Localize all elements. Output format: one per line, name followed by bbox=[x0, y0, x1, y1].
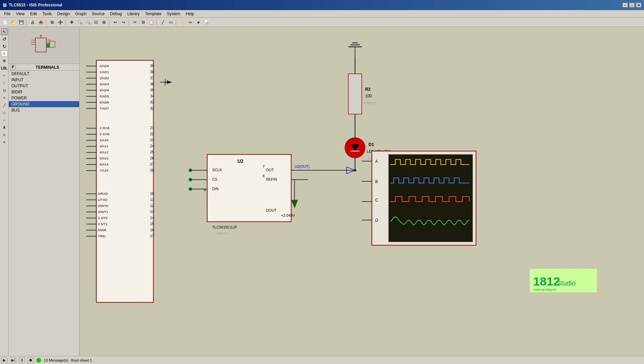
svg-text:6/WR: 6/WR bbox=[98, 228, 106, 232]
new-button[interactable]: 📄 bbox=[1, 19, 9, 26]
status-indicator bbox=[36, 358, 41, 363]
menu-help[interactable]: Help bbox=[183, 11, 197, 17]
separator-5 bbox=[129, 19, 130, 25]
preview-svg bbox=[29, 34, 59, 57]
menu-template[interactable]: Template bbox=[142, 11, 164, 17]
component-tool[interactable]: ⊡ bbox=[1, 87, 8, 94]
terminal-output[interactable]: OUTPUT bbox=[9, 83, 79, 89]
menu-file[interactable]: File bbox=[1, 11, 13, 17]
play-button[interactable]: ▶ bbox=[1, 358, 7, 363]
menu-source[interactable]: Source bbox=[89, 11, 107, 17]
svg-text:5/AD5: 5/AD5 bbox=[100, 94, 109, 98]
undo-tool[interactable]: ↺ bbox=[1, 36, 8, 42]
menu-library[interactable]: Library bbox=[125, 11, 142, 17]
svg-text:27: 27 bbox=[150, 162, 154, 166]
close-button[interactable]: ✕ bbox=[636, 3, 641, 7]
svg-text:25: 25 bbox=[150, 150, 154, 154]
print-button[interactable]: 🖨 bbox=[29, 19, 36, 26]
svg-text:CS: CS bbox=[212, 177, 217, 181]
svg-text:3/INT1: 3/INT1 bbox=[98, 210, 108, 214]
svg-text:21: 21 bbox=[150, 126, 154, 130]
ch-b-label: B bbox=[375, 179, 378, 184]
r2-ref: R2 bbox=[365, 87, 371, 92]
label-tool[interactable]: LBL bbox=[1, 65, 8, 71]
pin-tool[interactable]: + bbox=[1, 94, 8, 101]
svg-text:REFIN: REFIN bbox=[266, 177, 277, 181]
svg-text:<TEXT>: <TEXT> bbox=[363, 101, 376, 105]
terminal-power[interactable]: POWER bbox=[9, 95, 79, 101]
u2-name: TLC5615C(L)P bbox=[212, 225, 237, 229]
u2-ref: U2 bbox=[237, 158, 244, 164]
save-button[interactable]: 💾 bbox=[18, 19, 25, 26]
bus-button[interactable]: ═ bbox=[187, 19, 194, 26]
menu-system[interactable]: System bbox=[164, 11, 183, 17]
zoom-out-button[interactable]: 🔍 bbox=[84, 19, 92, 26]
minimize-button[interactable]: ─ bbox=[622, 3, 628, 7]
circle-tool[interactable]: ○ bbox=[1, 117, 8, 123]
list-tool[interactable]: ≡ bbox=[1, 131, 8, 138]
canvas-area[interactable]: 39 38 37 36 35 34 33 32 0/AD0 1/AD1 2/AD… bbox=[79, 27, 644, 356]
paste-button[interactable]: 📋 bbox=[148, 19, 155, 26]
arrow-tool[interactable]: ↔ bbox=[1, 72, 8, 79]
zoom-in-button[interactable]: 🔍 bbox=[76, 19, 84, 26]
menu-debug[interactable]: Debug bbox=[107, 11, 125, 17]
pan-tool[interactable]: ⊕ bbox=[1, 57, 8, 64]
copy-button[interactable]: ⧉ bbox=[139, 19, 147, 26]
step-button[interactable]: ▶| bbox=[10, 358, 16, 363]
wire-draw-tool[interactable]: ╱ bbox=[1, 102, 8, 109]
move-button[interactable]: ✥ bbox=[68, 19, 75, 26]
svg-text:33: 33 bbox=[150, 100, 154, 104]
titlebar-controls[interactable]: ─ □ ✕ bbox=[622, 3, 641, 7]
pause-button[interactable]: ⏸ bbox=[19, 358, 25, 363]
terminal-default[interactable]: DEFAULT bbox=[9, 71, 79, 77]
separator-6 bbox=[156, 19, 158, 25]
svg-text:0/AD0: 0/AD0 bbox=[100, 64, 109, 68]
terminal-input[interactable]: INPUT bbox=[9, 77, 79, 83]
zoom-fit-button[interactable]: ⊡ bbox=[92, 19, 100, 26]
wire-button[interactable]: ╱ bbox=[159, 19, 166, 26]
terminal-bus[interactable]: BUS bbox=[9, 107, 79, 113]
add-pin-tool[interactable]: + bbox=[1, 139, 8, 146]
menu-graph[interactable]: Graph bbox=[72, 11, 89, 17]
menu-edit[interactable]: Edit bbox=[27, 11, 40, 17]
block-button[interactable]: ▭ bbox=[167, 19, 174, 26]
terminal-bidir[interactable]: BIDIR bbox=[9, 89, 79, 95]
svg-rect-136 bbox=[389, 154, 473, 242]
svg-text:12: 12 bbox=[150, 204, 154, 208]
text-tool[interactable]: A bbox=[1, 124, 8, 131]
up-tool[interactable]: ↑ bbox=[1, 80, 8, 86]
svg-text:7/A15: 7/A15 bbox=[100, 169, 109, 172]
select-tool[interactable]: ↖ bbox=[1, 28, 8, 35]
stop-button[interactable]: ⏹ bbox=[28, 358, 34, 363]
export-button[interactable]: 📤 bbox=[37, 19, 44, 26]
svg-point-107 bbox=[189, 178, 192, 181]
grid-button[interactable]: ⊞ bbox=[49, 19, 56, 26]
menu-tools[interactable]: Tools bbox=[40, 11, 55, 17]
cut-button[interactable]: ✂ bbox=[131, 19, 139, 26]
open-button[interactable]: 📂 bbox=[9, 19, 17, 26]
netlist-button[interactable]: 📊 bbox=[203, 19, 210, 26]
svg-text:3/AD3: 3/AD3 bbox=[100, 82, 109, 86]
menu-view[interactable]: View bbox=[13, 11, 27, 17]
redo-button[interactable]: ↪ bbox=[120, 19, 127, 26]
junction-button[interactable]: ● bbox=[195, 19, 202, 26]
svg-text:22: 22 bbox=[150, 132, 154, 136]
menu-design[interactable]: Design bbox=[55, 11, 72, 17]
redo-tool[interactable]: ↻ bbox=[1, 43, 8, 50]
svg-rect-7 bbox=[50, 41, 55, 47]
zoom-input[interactable] bbox=[1, 51, 7, 57]
undo-button[interactable]: ↩ bbox=[112, 19, 119, 26]
titlebar-title: TLC5615 - ISIS Professional bbox=[9, 3, 62, 7]
watermark-text: 1812 bbox=[533, 274, 560, 288]
maximize-button[interactable]: □ bbox=[629, 3, 635, 7]
box-tool[interactable]: □ bbox=[1, 109, 8, 116]
terminal-ground[interactable]: GROUND bbox=[9, 101, 79, 107]
svg-text:1/TXD: 1/TXD bbox=[98, 198, 107, 202]
probe-button[interactable]: ⚡ bbox=[179, 19, 186, 26]
svg-text:28: 28 bbox=[150, 168, 154, 172]
sidebar-p-button[interactable]: P bbox=[10, 65, 16, 70]
svg-text:15: 15 bbox=[150, 222, 154, 226]
zoom-area-button[interactable]: ⊞ bbox=[100, 19, 108, 26]
svg-text:6/AD6: 6/AD6 bbox=[100, 100, 109, 104]
add-button[interactable]: ➕ bbox=[57, 19, 64, 26]
